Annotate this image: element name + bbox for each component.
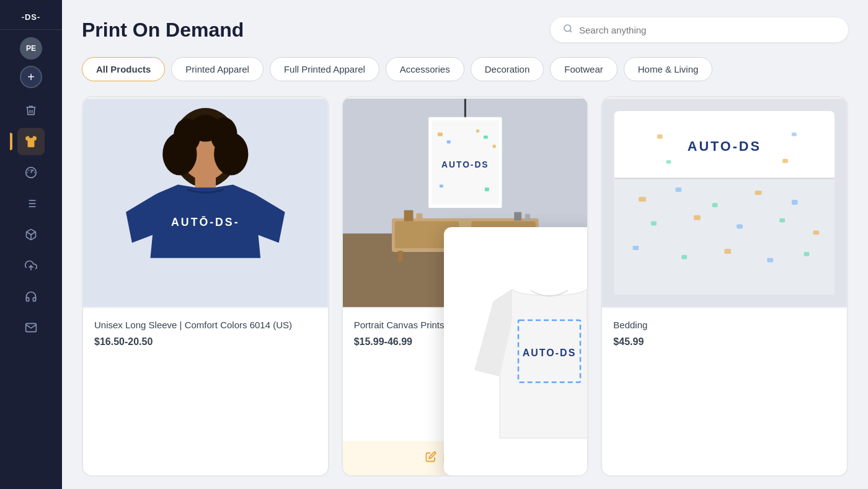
svg-rect-69 bbox=[666, 160, 671, 164]
tab-home-living[interactable]: Home & Living bbox=[624, 57, 713, 81]
product-info-bedding: Bedding $45.99 bbox=[602, 308, 847, 359]
svg-point-19 bbox=[190, 115, 221, 141]
svg-rect-57 bbox=[694, 215, 701, 220]
svg-rect-56 bbox=[651, 222, 657, 226]
tab-all-products[interactable]: All Products bbox=[82, 57, 165, 81]
product-card-bedding[interactable]: AUTO-DS Bedding $45.99 bbox=[601, 96, 848, 477]
product-image-bedding: AUTO-DS bbox=[602, 97, 847, 308]
svg-rect-61 bbox=[633, 246, 639, 250]
list-icon[interactable] bbox=[17, 190, 45, 217]
svg-rect-35 bbox=[446, 140, 450, 143]
svg-text:AUTO-DS: AUTO-DS bbox=[523, 348, 577, 358]
svg-rect-37 bbox=[476, 130, 479, 133]
svg-rect-42 bbox=[416, 213, 422, 221]
headset-icon[interactable] bbox=[17, 283, 45, 310]
search-icon bbox=[563, 24, 573, 36]
svg-rect-65 bbox=[804, 252, 810, 256]
tab-footwear[interactable]: Footwear bbox=[550, 57, 618, 81]
product-image-sweatshirt: AUTŌ-DS- bbox=[83, 97, 328, 308]
svg-rect-63 bbox=[725, 249, 732, 254]
tab-decoration[interactable]: Decoration bbox=[471, 57, 544, 81]
svg-rect-51 bbox=[639, 197, 647, 202]
main-content: Print On Demand All Products Printed App… bbox=[62, 0, 868, 489]
svg-rect-67 bbox=[657, 134, 663, 138]
svg-rect-52 bbox=[676, 187, 682, 192]
floating-shirt-overlay: AUTO-DS bbox=[444, 227, 588, 475]
avatar[interactable]: PE bbox=[20, 37, 42, 60]
add-button[interactable]: + bbox=[20, 66, 42, 88]
svg-rect-43 bbox=[514, 212, 521, 221]
products-grid: AUTŌ-DS- Unisex Long Sleeve | Comfort Co… bbox=[82, 96, 848, 477]
svg-text:AUTO-DS: AUTO-DS bbox=[688, 138, 761, 154]
product-card-sweatshirt[interactable]: AUTŌ-DS- Unisex Long Sleeve | Comfort Co… bbox=[82, 96, 329, 477]
svg-rect-36 bbox=[484, 135, 488, 138]
svg-rect-68 bbox=[792, 133, 797, 137]
cube-icon[interactable] bbox=[17, 221, 45, 248]
svg-line-9 bbox=[570, 30, 572, 32]
svg-text:AUTO-DS: AUTO-DS bbox=[441, 159, 489, 169]
svg-rect-59 bbox=[779, 218, 785, 223]
page-title: Print On Demand bbox=[82, 19, 244, 42]
product-price-sweatshirt: $16.50-20.50 bbox=[94, 336, 317, 348]
svg-rect-50 bbox=[614, 179, 835, 295]
svg-rect-41 bbox=[404, 210, 413, 222]
svg-rect-54 bbox=[755, 191, 762, 195]
svg-rect-39 bbox=[485, 187, 489, 191]
svg-rect-64 bbox=[768, 258, 774, 262]
svg-rect-34 bbox=[438, 133, 443, 137]
product-price-bedding: $45.99 bbox=[613, 336, 836, 348]
svg-rect-70 bbox=[782, 159, 788, 163]
search-bar[interactable] bbox=[551, 17, 848, 42]
svg-text:AUTŌ-DS-: AUTŌ-DS- bbox=[171, 216, 239, 228]
svg-rect-44 bbox=[525, 214, 530, 221]
product-name-bedding: Bedding bbox=[613, 318, 836, 331]
tab-printed-apparel[interactable]: Printed Apparel bbox=[171, 57, 264, 81]
svg-rect-58 bbox=[737, 225, 743, 229]
product-price-value: $ bbox=[613, 336, 619, 347]
mail-icon[interactable] bbox=[17, 314, 45, 341]
upload-icon[interactable] bbox=[17, 252, 45, 279]
edit-icon bbox=[425, 451, 436, 465]
speedometer-icon[interactable] bbox=[17, 159, 45, 186]
svg-rect-40 bbox=[492, 145, 495, 148]
sidebar: -DS- PE + bbox=[0, 0, 62, 489]
filter-tabs: All Products Printed Apparel Full Printe… bbox=[82, 57, 848, 81]
svg-rect-38 bbox=[440, 184, 443, 187]
svg-rect-60 bbox=[813, 230, 820, 235]
svg-rect-62 bbox=[682, 255, 688, 259]
tab-accessories[interactable]: Accessories bbox=[386, 57, 464, 81]
product-info-sweatshirt: Unisex Long Sleeve | Comfort Colors 6014… bbox=[83, 308, 328, 359]
svg-rect-55 bbox=[792, 200, 798, 205]
search-input[interactable] bbox=[579, 25, 836, 35]
svg-point-8 bbox=[564, 25, 571, 32]
sidebar-logo: -DS- bbox=[0, 7, 62, 30]
svg-rect-28 bbox=[397, 251, 402, 262]
header: Print On Demand bbox=[82, 17, 848, 42]
product-name-sweatshirt: Unisex Long Sleeve | Comfort Colors 6014… bbox=[94, 318, 317, 331]
shirt-icon[interactable] bbox=[17, 128, 45, 155]
trash-icon[interactable] bbox=[17, 97, 45, 124]
svg-rect-53 bbox=[712, 203, 718, 207]
tab-full-printed-apparel[interactable]: Full Printed Apparel bbox=[270, 57, 379, 81]
product-card-canvas[interactable]: AUTO-DS Portrait Canvas Pr bbox=[342, 96, 589, 477]
